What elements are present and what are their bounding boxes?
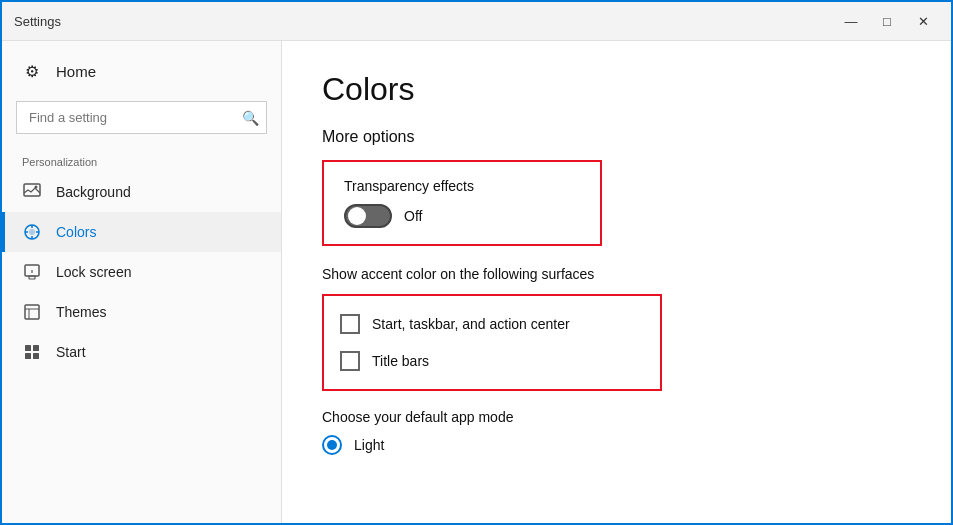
svg-point-3 — [29, 229, 35, 235]
maximize-button[interactable]: □ — [871, 10, 903, 32]
taskbar-checkbox-label: Start, taskbar, and action center — [372, 316, 570, 332]
page-title: Colors — [322, 71, 911, 108]
svg-point-1 — [35, 186, 38, 189]
lock-screen-icon — [22, 262, 42, 282]
taskbar-checkbox[interactable] — [340, 314, 360, 334]
sidebar: ⚙ Home 🔍 Personalization Background — [2, 41, 282, 525]
search-button[interactable]: 🔍 — [242, 110, 259, 126]
title-bar: Settings — □ ✕ — [2, 2, 951, 41]
sidebar-home[interactable]: ⚙ Home — [2, 51, 281, 91]
minimize-button[interactable]: — — [835, 10, 867, 32]
lock-screen-label: Lock screen — [56, 264, 131, 280]
toggle-state-label: Off — [404, 208, 422, 224]
toggle-knob — [348, 207, 366, 225]
colors-label: Colors — [56, 224, 96, 240]
themes-icon — [22, 302, 42, 322]
default-mode-label: Choose your default app mode — [322, 409, 911, 425]
window-controls: — □ ✕ — [835, 10, 939, 32]
sidebar-item-background[interactable]: Background — [2, 172, 281, 212]
checkbox-row-taskbar[interactable]: Start, taskbar, and action center — [340, 306, 644, 342]
toggle-row: Off — [344, 204, 580, 228]
search-input[interactable] — [16, 101, 267, 134]
svg-rect-15 — [33, 345, 39, 351]
sidebar-item-colors[interactable]: Colors — [2, 212, 281, 252]
app-title: Settings — [14, 14, 61, 29]
titlebars-checkbox-label: Title bars — [372, 353, 429, 369]
sidebar-item-start[interactable]: Start — [2, 332, 281, 372]
start-icon — [22, 342, 42, 362]
transparency-effects-label: Transparency effects — [344, 178, 580, 194]
start-label: Start — [56, 344, 86, 360]
main-content: Colors More options Transparency effects… — [282, 41, 951, 525]
checkbox-row-titlebars[interactable]: Title bars — [340, 342, 644, 379]
sidebar-item-lock-screen[interactable]: Lock screen — [2, 252, 281, 292]
radio-row-light[interactable]: Light — [322, 435, 911, 455]
accent-surface-box: Start, taskbar, and action center Title … — [322, 294, 662, 391]
search-wrap: 🔍 — [16, 101, 267, 134]
titlebars-checkbox[interactable] — [340, 351, 360, 371]
svg-rect-14 — [25, 345, 31, 351]
app-body: ⚙ Home 🔍 Personalization Background — [2, 41, 951, 525]
sidebar-home-label: Home — [56, 63, 96, 80]
accent-surface-label: Show accent color on the following surfa… — [322, 266, 911, 282]
svg-rect-11 — [25, 305, 39, 319]
more-options-label: More options — [322, 128, 911, 146]
home-icon: ⚙ — [22, 61, 42, 81]
close-button[interactable]: ✕ — [907, 10, 939, 32]
transparency-toggle[interactable] — [344, 204, 392, 228]
sidebar-item-themes[interactable]: Themes — [2, 292, 281, 332]
background-label: Background — [56, 184, 131, 200]
svg-rect-16 — [25, 353, 31, 359]
light-radio-inner — [327, 440, 337, 450]
svg-rect-17 — [33, 353, 39, 359]
personalization-label: Personalization — [2, 150, 281, 172]
light-radio-label: Light — [354, 437, 384, 453]
themes-label: Themes — [56, 304, 107, 320]
svg-rect-9 — [29, 276, 35, 279]
light-radio[interactable] — [322, 435, 342, 455]
background-icon — [22, 182, 42, 202]
transparency-effects-box: Transparency effects Off — [322, 160, 602, 246]
colors-icon — [22, 222, 42, 242]
